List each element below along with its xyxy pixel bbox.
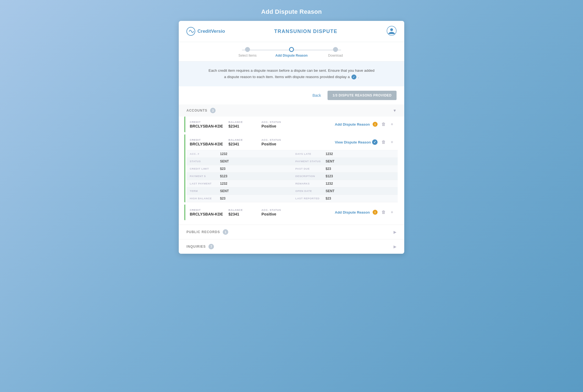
accounts-section-header: ACCOUNTS 3 ▼ xyxy=(179,104,404,117)
account-item-3: CREDIT BRCLYSBAN-KDE BALANCE $2341 ACC. … xyxy=(184,205,399,220)
public-records-section: PUBLIC RECORDS 1 ▶ xyxy=(179,225,404,239)
trash-button-3[interactable]: 🗑 xyxy=(380,209,387,215)
balance-label-2: BALANCE xyxy=(229,138,256,141)
account-balance-field-1: BALANCE $2341 xyxy=(229,120,256,128)
accounts-chevron-icon[interactable]: ▼ xyxy=(393,108,397,113)
account-balance-field-3: BALANCE $2341 xyxy=(229,208,256,216)
add-dispute-button-1[interactable]: Add Dispute Reason xyxy=(335,122,370,126)
step-dot-download xyxy=(333,47,338,52)
account-credit-field-1: CREDIT BRCLYSBAN-KDE xyxy=(190,120,223,128)
credit-label-1: CREDIT xyxy=(190,120,223,123)
info-icon-1: i xyxy=(373,122,378,127)
public-records-chevron-icon[interactable]: ▶ xyxy=(394,230,397,234)
info-line2: a dispute reason to each item. Items wit… xyxy=(186,74,397,80)
accounts-title: ACCOUNTS xyxy=(186,109,207,112)
credit-label-2: CREDIT xyxy=(190,138,223,141)
step-select-items: Select Items xyxy=(226,47,270,57)
detail-row-past-due: PAST DUE $23 xyxy=(292,165,398,173)
info-banner: Each credit item requires a dispute reas… xyxy=(179,62,404,86)
credit-label-3: CREDIT xyxy=(190,208,223,211)
step-download: Download xyxy=(314,47,358,57)
account-credit-field-2: CREDIT BRCLYSBAN-KDE xyxy=(190,138,223,146)
account-status-field-2: ACC. STATUS Positive xyxy=(262,138,289,146)
detail-left-col: ACC. # 1232 STATUS SENT CREDIT LIMIT $23… xyxy=(186,150,292,202)
balance-value-1: $2341 xyxy=(229,124,256,128)
step-label-select: Select Items xyxy=(238,54,257,57)
credit-value-1: BRCLYSBAN-KDE xyxy=(190,124,223,128)
info-icon-3: i xyxy=(373,210,378,215)
account-main-row-1: CREDIT BRCLYSBAN-KDE BALANCE $2341 ACC. … xyxy=(185,117,399,132)
public-records-count-badge: 1 xyxy=(223,229,228,235)
detail-row-credit-limit: CREDIT LIMIT $23 xyxy=(186,165,292,173)
back-button[interactable]: Back xyxy=(309,92,324,99)
detail-row-term: TERM SENT xyxy=(186,187,292,195)
detail-row-remarks: REMARKS 1232 xyxy=(292,180,398,187)
logo-icon xyxy=(186,27,195,36)
plus-button-2[interactable]: + xyxy=(390,139,394,145)
detail-row-last-reported: LAST REPORTED $23 xyxy=(292,195,398,202)
plus-button-3[interactable]: + xyxy=(390,209,394,215)
balance-label-1: BALANCE xyxy=(229,120,256,123)
svg-point-2 xyxy=(390,28,393,31)
detail-row-payment: PAYMENT $ $123 xyxy=(186,173,292,180)
inquiries-count-badge: 7 xyxy=(208,244,214,249)
account-detail-grid-2: ACC. # 1232 STATUS SENT CREDIT LIMIT $23… xyxy=(186,150,398,202)
toolbar: Back 1/3 DISPUTE REASONS PROVIDED xyxy=(179,86,404,104)
view-dispute-button-2[interactable]: View Dispute Reason ✓ xyxy=(335,139,377,145)
main-card: CreditVersio TRANSUNION DISPUTE Select I… xyxy=(179,21,404,254)
detail-row-last-payment: LAST PAYMENT 1232 xyxy=(186,180,292,187)
detail-row-acc-num: ACC. # 1232 xyxy=(186,150,292,158)
status-value-3: Positive xyxy=(262,212,289,216)
trash-button-1[interactable]: 🗑 xyxy=(380,121,387,127)
balance-value-2: $2341 xyxy=(229,142,256,146)
account-actions-1: Add Dispute Reason i 🗑 + xyxy=(335,121,394,127)
detail-right-col: DAYS LATE 1232 PAYMENT STATUS SENT PAST … xyxy=(292,150,398,202)
card-header: CreditVersio TRANSUNION DISPUTE xyxy=(179,21,404,42)
inquiries-header[interactable]: INQUIRIES 7 ▶ xyxy=(179,239,404,254)
status-label-1: ACC. STATUS xyxy=(262,120,289,123)
account-actions-3: Add Dispute Reason i 🗑 + xyxy=(335,209,394,215)
account-item-2: CREDIT BRCLYSBAN-KDE BALANCE $2341 ACC. … xyxy=(184,134,399,202)
inquiries-section: INQUIRIES 7 ▶ xyxy=(179,239,404,254)
credit-value-2: BRCLYSBAN-KDE xyxy=(190,142,223,146)
account-balance-field-2: BALANCE $2341 xyxy=(229,138,256,146)
inquiries-title-group: INQUIRIES 7 xyxy=(186,244,214,249)
inquiries-title: INQUIRIES xyxy=(186,245,206,249)
account-item-1: CREDIT BRCLYSBAN-KDE BALANCE $2341 ACC. … xyxy=(184,117,399,132)
status-label-2: ACC. STATUS xyxy=(262,138,289,141)
balance-value-3: $2341 xyxy=(229,212,256,216)
step-label-add: Add Dispute Reason xyxy=(275,54,307,57)
logo-text: CreditVersio xyxy=(197,29,225,34)
status-value-1: Positive xyxy=(262,124,289,128)
dispute-count-button[interactable]: 1/3 DISPUTE REASONS PROVIDED xyxy=(328,91,397,100)
logo-area: CreditVersio xyxy=(186,27,225,36)
trash-button-2[interactable]: 🗑 xyxy=(380,139,387,145)
logo-bold: Credit xyxy=(197,29,211,34)
detail-row-days-late: DAYS LATE 1232 xyxy=(292,150,398,158)
account-credit-field-3: CREDIT BRCLYSBAN-KDE xyxy=(190,208,223,216)
accounts-count-badge: 3 xyxy=(210,108,216,113)
info-line1: Each credit item requires a dispute reas… xyxy=(186,68,397,74)
verified-icon-2: ✓ xyxy=(372,139,378,145)
step-add-dispute: Add Dispute Reason xyxy=(270,47,314,57)
stepper: Select Items Add Dispute Reason Download xyxy=(186,47,397,57)
public-records-header[interactable]: PUBLIC RECORDS 1 ▶ xyxy=(179,225,404,239)
account-main-row-2: CREDIT BRCLYSBAN-KDE BALANCE $2341 ACC. … xyxy=(185,134,399,150)
public-records-title: PUBLIC RECORDS xyxy=(186,230,220,234)
detail-row-payment-status: PAYMENT STATUS SENT xyxy=(292,158,398,165)
account-status-field-3: ACC. STATUS Positive xyxy=(262,208,289,216)
inquiries-chevron-icon[interactable]: ▶ xyxy=(394,244,397,249)
detail-row-open-date: OPEN DATE SENT xyxy=(292,187,398,195)
logo-normal: Versio xyxy=(211,29,225,34)
header-dispute-title: TRANSUNION DISPUTE xyxy=(274,29,337,34)
credit-value-3: BRCLYSBAN-KDE xyxy=(190,212,223,216)
detail-row-description: DESCRIPTION $123 xyxy=(292,173,398,180)
page-title: Add Dispute Reason xyxy=(261,8,322,15)
account-actions-2: View Dispute Reason ✓ 🗑 + xyxy=(335,139,394,145)
add-dispute-button-3[interactable]: Add Dispute Reason xyxy=(335,210,370,214)
accounts-title-group: ACCOUNTS 3 xyxy=(186,108,216,113)
step-label-download: Download xyxy=(328,54,343,57)
plus-button-1[interactable]: + xyxy=(390,121,394,127)
status-value-2: Positive xyxy=(262,142,289,146)
check-badge-icon: ✓ xyxy=(351,74,356,79)
